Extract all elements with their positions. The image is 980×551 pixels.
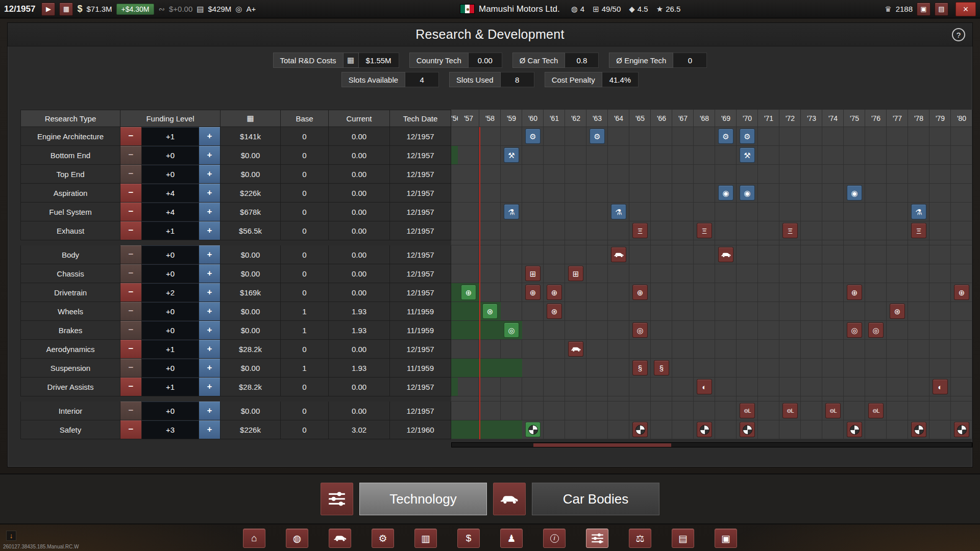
tech-marker-crash[interactable] bbox=[525, 422, 541, 437]
funding-decrease-button[interactable]: − bbox=[120, 359, 142, 378]
funding-increase-button[interactable]: + bbox=[199, 420, 220, 439]
funding-decrease-button[interactable]: − bbox=[120, 402, 142, 420]
tech-marker-turbo[interactable]: ◉ bbox=[718, 185, 733, 201]
tech-marker-car[interactable] bbox=[611, 247, 626, 262]
tech-marker-brake[interactable]: ◎ bbox=[847, 322, 862, 338]
funding-decrease-button[interactable]: − bbox=[120, 221, 142, 240]
funding-decrease-button[interactable]: − bbox=[120, 302, 142, 321]
calculator-icon[interactable]: ▦ bbox=[344, 53, 359, 68]
tech-marker-engine[interactable]: ⚙ bbox=[740, 129, 755, 144]
tech-marker-assist[interactable]: ◐ bbox=[697, 379, 712, 394]
funding-increase-button[interactable]: + bbox=[199, 340, 220, 359]
funding-decrease-button[interactable]: − bbox=[120, 184, 142, 203]
tech-marker-wheel[interactable]: ⊛ bbox=[547, 304, 562, 319]
funding-decrease-button[interactable]: − bbox=[120, 420, 142, 439]
tech-marker-engine[interactable]: ⚙ bbox=[718, 129, 733, 144]
calendar-button[interactable]: ▦ bbox=[59, 3, 73, 16]
tech-marker-gear[interactable]: ⊕ bbox=[547, 285, 562, 300]
funding-decrease-button[interactable]: − bbox=[120, 283, 142, 302]
funding-increase-button[interactable]: + bbox=[199, 264, 220, 283]
tech-marker-crank[interactable]: ⚒ bbox=[504, 147, 519, 163]
tech-marker-crash[interactable] bbox=[847, 422, 862, 437]
tech-marker-exhaust[interactable]: Ξ bbox=[697, 223, 712, 238]
tech-marker-wheel[interactable]: ⊛ bbox=[890, 304, 905, 319]
tech-marker-chassis[interactable]: ⊞ bbox=[568, 266, 583, 281]
tech-marker-engine[interactable]: ⚙ bbox=[525, 129, 541, 144]
funding-increase-button[interactable]: + bbox=[199, 146, 220, 165]
engine-operations-button[interactable]: ⚙ bbox=[372, 529, 394, 548]
tech-marker-seat[interactable]: ⊖L bbox=[782, 403, 798, 418]
tech-marker-car[interactable] bbox=[718, 247, 733, 262]
funding-increase-button[interactable]: + bbox=[199, 184, 220, 203]
close-button[interactable]: × bbox=[955, 2, 976, 16]
tech-marker-assist[interactable]: ◐ bbox=[933, 379, 948, 394]
tech-marker-crash[interactable] bbox=[740, 422, 755, 437]
tech-marker-spring[interactable]: § bbox=[632, 360, 648, 375]
legal-button[interactable]: ⚖ bbox=[629, 529, 651, 548]
personnel-button[interactable]: ♟ bbox=[500, 529, 523, 548]
tech-marker-spring[interactable]: § bbox=[654, 360, 669, 375]
funding-increase-button[interactable]: + bbox=[199, 221, 220, 240]
tech-marker-exhaust[interactable]: Ξ bbox=[911, 223, 926, 238]
factory-button[interactable]: ▥ bbox=[414, 529, 437, 548]
home-button[interactable]: ⌂ bbox=[243, 529, 265, 548]
play-button[interactable]: ▶ bbox=[41, 3, 55, 16]
funding-decrease-button[interactable]: − bbox=[120, 321, 142, 340]
tech-marker-gear[interactable]: ⊕ bbox=[461, 285, 476, 300]
marketing-button[interactable]: ▤ bbox=[672, 529, 694, 548]
funding-decrease-button[interactable]: − bbox=[120, 264, 142, 283]
tech-marker-fuel[interactable]: ⚗ bbox=[611, 204, 626, 219]
funding-increase-button[interactable]: + bbox=[199, 378, 220, 396]
tech-marker-exhaust[interactable]: Ξ bbox=[632, 223, 648, 238]
tech-marker-gear[interactable]: ⊕ bbox=[847, 285, 862, 300]
tech-marker-engine[interactable]: ⚙ bbox=[590, 129, 605, 144]
world-map-button[interactable]: ◍ bbox=[286, 529, 308, 548]
research-button[interactable] bbox=[586, 529, 608, 548]
tech-marker-gear[interactable]: ⊕ bbox=[954, 285, 969, 300]
funding-decrease-button[interactable]: − bbox=[120, 245, 142, 264]
help-button[interactable]: ? bbox=[952, 28, 965, 41]
funding-decrease-button[interactable]: − bbox=[120, 378, 142, 396]
funding-increase-button[interactable]: + bbox=[199, 203, 220, 221]
funding-decrease-button[interactable]: − bbox=[120, 127, 142, 146]
funding-increase-button[interactable]: + bbox=[199, 402, 220, 420]
funding-increase-button[interactable]: + bbox=[199, 165, 220, 184]
funding-decrease-button[interactable]: − bbox=[120, 203, 142, 221]
tech-marker-brake[interactable]: ◎ bbox=[632, 322, 648, 338]
car-bodies-tab-icon[interactable] bbox=[493, 483, 526, 515]
tech-marker-brake[interactable]: ◎ bbox=[504, 322, 519, 338]
save-button[interactable]: ▣ bbox=[917, 3, 930, 16]
tab-technology[interactable]: Technology bbox=[359, 483, 487, 515]
finances-button[interactable]: $ bbox=[457, 529, 480, 548]
funding-increase-button[interactable]: + bbox=[199, 302, 220, 321]
timeline-scrollbar-thumb[interactable] bbox=[533, 443, 671, 447]
tech-marker-wheel[interactable]: ⊛ bbox=[482, 304, 498, 319]
tech-marker-chassis[interactable]: ⊞ bbox=[525, 266, 541, 281]
funding-increase-button[interactable]: + bbox=[199, 245, 220, 264]
tech-marker-exhaust[interactable]: Ξ bbox=[782, 223, 798, 238]
funding-increase-button[interactable]: + bbox=[199, 283, 220, 302]
tab-car-bodies[interactable]: Car Bodies bbox=[532, 483, 659, 515]
tech-marker-seat[interactable]: ⊖L bbox=[740, 403, 755, 418]
tech-marker-crash[interactable] bbox=[954, 422, 969, 437]
funding-decrease-button[interactable]: − bbox=[120, 146, 142, 165]
tech-marker-fuel[interactable]: ⚗ bbox=[911, 204, 926, 219]
ledger-button[interactable]: ▤ bbox=[935, 3, 948, 16]
headquarters-button[interactable]: ▣ bbox=[715, 529, 737, 548]
funding-decrease-button[interactable]: − bbox=[120, 340, 142, 359]
tech-marker-seat[interactable]: ⊖L bbox=[868, 403, 884, 418]
tech-marker-crash[interactable] bbox=[632, 422, 648, 437]
tech-marker-brake[interactable]: ◎ bbox=[868, 322, 884, 338]
funding-increase-button[interactable]: + bbox=[199, 321, 220, 340]
city-info-button[interactable]: i bbox=[543, 529, 566, 548]
tech-marker-turbo[interactable]: ◉ bbox=[847, 185, 862, 201]
tech-marker-seat[interactable]: ⊖L bbox=[825, 403, 841, 418]
tech-marker-aero[interactable] bbox=[568, 341, 583, 357]
technology-tab-icon[interactable] bbox=[321, 483, 353, 515]
tech-marker-crank[interactable]: ⚒ bbox=[740, 147, 755, 163]
timeline-scrollbar[interactable] bbox=[451, 442, 972, 447]
tech-marker-gear[interactable]: ⊕ bbox=[632, 285, 648, 300]
tech-marker-fuel[interactable]: ⚗ bbox=[504, 204, 519, 219]
funding-increase-button[interactable]: + bbox=[199, 359, 220, 378]
tech-marker-crash[interactable] bbox=[697, 422, 712, 437]
